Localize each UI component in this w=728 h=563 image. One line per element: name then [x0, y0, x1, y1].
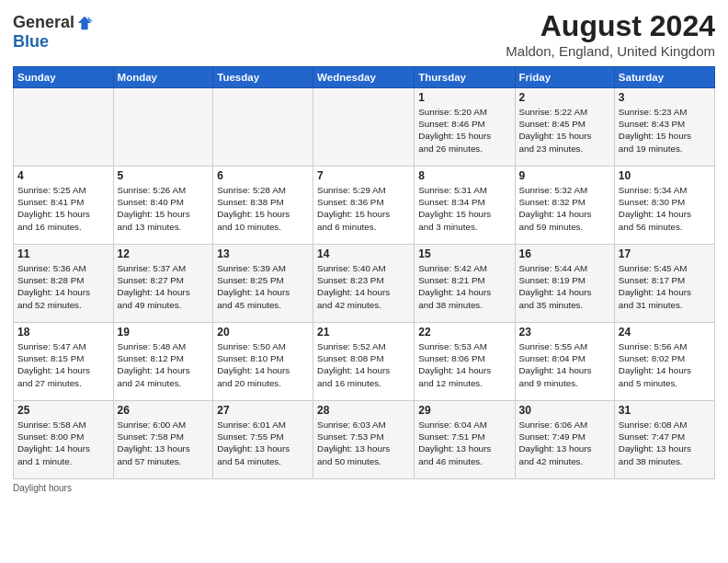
day-number: 28	[317, 404, 410, 417]
day-number: 1	[418, 91, 510, 104]
day-cell: 20Sunrise: 5:50 AM Sunset: 8:10 PM Dayli…	[213, 323, 313, 401]
day-number: 16	[519, 247, 610, 260]
day-cell	[113, 88, 213, 167]
day-info: Sunrise: 5:31 AM Sunset: 8:34 PM Dayligh…	[418, 184, 510, 233]
day-number: 14	[317, 247, 410, 260]
day-number: 13	[217, 247, 309, 260]
day-info: Sunrise: 6:01 AM Sunset: 7:55 PM Dayligh…	[217, 419, 309, 467]
page: General Blue August 2024 Maldon, England…	[0, 0, 728, 563]
footer-text: Daylight hours	[13, 483, 72, 493]
day-cell: 21Sunrise: 5:52 AM Sunset: 8:08 PM Dayli…	[313, 323, 415, 401]
day-number: 20	[217, 326, 309, 339]
day-number: 3	[619, 91, 711, 104]
day-info: Sunrise: 6:06 AM Sunset: 7:49 PM Dayligh…	[519, 419, 610, 467]
day-cell: 19Sunrise: 5:48 AM Sunset: 8:12 PM Dayli…	[113, 323, 213, 401]
day-info: Sunrise: 5:29 AM Sunset: 8:36 PM Dayligh…	[317, 184, 410, 233]
day-cell: 7Sunrise: 5:29 AM Sunset: 8:36 PM Daylig…	[313, 167, 415, 245]
day-number: 26	[118, 404, 210, 417]
day-number: 10	[619, 169, 711, 182]
day-info: Sunrise: 5:25 AM Sunset: 8:41 PM Dayligh…	[17, 184, 109, 233]
day-number: 2	[519, 91, 610, 104]
day-info: Sunrise: 5:50 AM Sunset: 8:10 PM Dayligh…	[217, 340, 309, 389]
day-info: Sunrise: 5:44 AM Sunset: 8:19 PM Dayligh…	[519, 262, 610, 311]
day-info: Sunrise: 5:39 AM Sunset: 8:25 PM Dayligh…	[217, 262, 309, 311]
day-cell: 27Sunrise: 6:01 AM Sunset: 7:55 PM Dayli…	[213, 401, 313, 479]
day-info: Sunrise: 5:36 AM Sunset: 8:28 PM Dayligh…	[17, 262, 109, 311]
logo-icon	[76, 15, 93, 31]
day-number: 21	[317, 326, 410, 339]
day-info: Sunrise: 5:48 AM Sunset: 8:12 PM Dayligh…	[118, 340, 210, 389]
day-info: Sunrise: 5:58 AM Sunset: 8:00 PM Dayligh…	[17, 419, 109, 467]
day-cell: 3Sunrise: 5:23 AM Sunset: 8:43 PM Daylig…	[614, 88, 714, 167]
day-info: Sunrise: 5:45 AM Sunset: 8:17 PM Dayligh…	[619, 262, 711, 311]
calendar: SundayMondayTuesdayWednesdayThursdayFrid…	[13, 66, 715, 479]
day-info: Sunrise: 6:08 AM Sunset: 7:47 PM Dayligh…	[619, 419, 711, 467]
day-info: Sunrise: 6:04 AM Sunset: 7:51 PM Dayligh…	[418, 419, 510, 467]
day-number: 7	[317, 169, 410, 182]
week-row-1: 1Sunrise: 5:20 AM Sunset: 8:46 PM Daylig…	[14, 88, 715, 167]
day-cell: 17Sunrise: 5:45 AM Sunset: 8:17 PM Dayli…	[614, 245, 714, 323]
day-number: 25	[17, 404, 109, 417]
col-header-monday: Monday	[113, 67, 213, 88]
day-cell: 11Sunrise: 5:36 AM Sunset: 8:28 PM Dayli…	[14, 245, 114, 323]
footer-note: Daylight hours	[13, 483, 715, 493]
week-row-2: 4Sunrise: 5:25 AM Sunset: 8:41 PM Daylig…	[14, 167, 715, 245]
day-info: Sunrise: 6:03 AM Sunset: 7:53 PM Dayligh…	[317, 419, 410, 467]
col-header-thursday: Thursday	[415, 67, 515, 88]
day-number: 15	[418, 247, 510, 260]
day-number: 22	[418, 326, 510, 339]
day-cell: 9Sunrise: 5:32 AM Sunset: 8:32 PM Daylig…	[515, 167, 614, 245]
title-block: August 2024 Maldon, England, United King…	[506, 9, 715, 59]
calendar-header-row: SundayMondayTuesdayWednesdayThursdayFrid…	[14, 67, 715, 88]
day-info: Sunrise: 5:26 AM Sunset: 8:40 PM Dayligh…	[118, 184, 210, 233]
day-cell: 29Sunrise: 6:04 AM Sunset: 7:51 PM Dayli…	[415, 401, 515, 479]
day-info: Sunrise: 6:00 AM Sunset: 7:58 PM Dayligh…	[118, 419, 210, 467]
day-info: Sunrise: 5:52 AM Sunset: 8:08 PM Dayligh…	[317, 340, 410, 389]
day-number: 17	[619, 247, 711, 260]
day-number: 31	[619, 404, 711, 417]
col-header-tuesday: Tuesday	[213, 67, 313, 88]
day-cell	[313, 88, 415, 167]
day-info: Sunrise: 5:55 AM Sunset: 8:04 PM Dayligh…	[519, 340, 610, 389]
day-cell: 10Sunrise: 5:34 AM Sunset: 8:30 PM Dayli…	[614, 167, 714, 245]
day-number: 9	[519, 169, 610, 182]
logo-blue: Blue	[13, 32, 49, 51]
day-cell: 25Sunrise: 5:58 AM Sunset: 8:00 PM Dayli…	[14, 401, 114, 479]
day-info: Sunrise: 5:34 AM Sunset: 8:30 PM Dayligh…	[619, 184, 711, 233]
day-info: Sunrise: 5:32 AM Sunset: 8:32 PM Dayligh…	[519, 184, 610, 233]
day-cell	[14, 88, 114, 167]
day-cell: 26Sunrise: 6:00 AM Sunset: 7:58 PM Dayli…	[113, 401, 213, 479]
day-cell: 24Sunrise: 5:56 AM Sunset: 8:02 PM Dayli…	[614, 323, 714, 401]
day-cell: 28Sunrise: 6:03 AM Sunset: 7:53 PM Dayli…	[313, 401, 415, 479]
day-number: 19	[118, 326, 210, 339]
day-info: Sunrise: 5:56 AM Sunset: 8:02 PM Dayligh…	[619, 340, 711, 389]
day-cell: 2Sunrise: 5:22 AM Sunset: 8:45 PM Daylig…	[515, 88, 614, 167]
week-row-5: 25Sunrise: 5:58 AM Sunset: 8:00 PM Dayli…	[14, 401, 715, 479]
day-number: 12	[118, 247, 210, 260]
col-header-friday: Friday	[515, 67, 614, 88]
col-header-saturday: Saturday	[614, 67, 714, 88]
logo-general: General	[13, 13, 74, 32]
day-info: Sunrise: 5:28 AM Sunset: 8:38 PM Dayligh…	[217, 184, 309, 233]
day-info: Sunrise: 5:22 AM Sunset: 8:45 PM Dayligh…	[519, 106, 610, 155]
day-cell: 22Sunrise: 5:53 AM Sunset: 8:06 PM Dayli…	[415, 323, 515, 401]
day-number: 8	[418, 169, 510, 182]
day-info: Sunrise: 5:20 AM Sunset: 8:46 PM Dayligh…	[418, 106, 510, 155]
day-cell: 30Sunrise: 6:06 AM Sunset: 7:49 PM Dayli…	[515, 401, 614, 479]
col-header-sunday: Sunday	[14, 67, 114, 88]
day-cell: 31Sunrise: 6:08 AM Sunset: 7:47 PM Dayli…	[614, 401, 714, 479]
day-cell: 14Sunrise: 5:40 AM Sunset: 8:23 PM Dayli…	[313, 245, 415, 323]
day-cell: 16Sunrise: 5:44 AM Sunset: 8:19 PM Dayli…	[515, 245, 614, 323]
day-cell: 12Sunrise: 5:37 AM Sunset: 8:27 PM Dayli…	[113, 245, 213, 323]
day-number: 30	[519, 404, 610, 417]
week-row-4: 18Sunrise: 5:47 AM Sunset: 8:15 PM Dayli…	[14, 323, 715, 401]
day-info: Sunrise: 5:42 AM Sunset: 8:21 PM Dayligh…	[418, 262, 510, 311]
day-cell: 4Sunrise: 5:25 AM Sunset: 8:41 PM Daylig…	[14, 167, 114, 245]
main-title: August 2024	[506, 9, 715, 43]
day-cell: 15Sunrise: 5:42 AM Sunset: 8:21 PM Dayli…	[415, 245, 515, 323]
day-number: 27	[217, 404, 309, 417]
day-cell: 1Sunrise: 5:20 AM Sunset: 8:46 PM Daylig…	[415, 88, 515, 167]
day-info: Sunrise: 5:23 AM Sunset: 8:43 PM Dayligh…	[619, 106, 711, 155]
day-info: Sunrise: 5:37 AM Sunset: 8:27 PM Dayligh…	[118, 262, 210, 311]
day-number: 6	[217, 169, 309, 182]
